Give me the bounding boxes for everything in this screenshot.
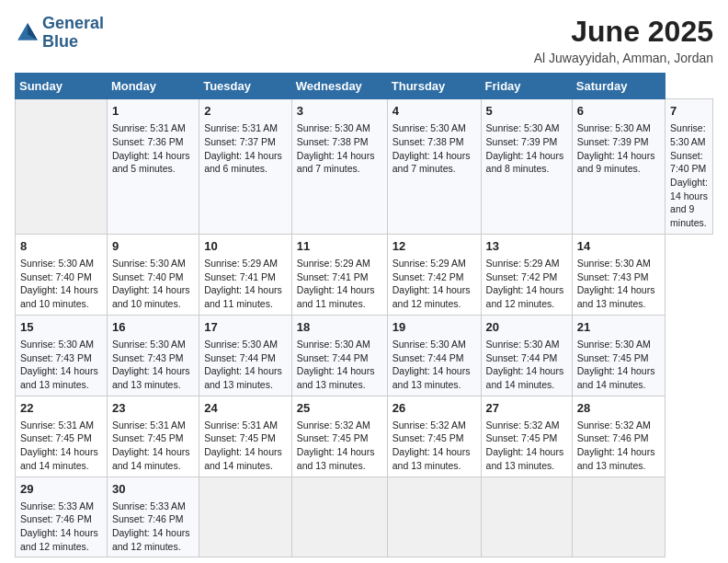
sunset-text: Sunset: 7:46 PM: [20, 513, 92, 524]
header-sunday: Sunday: [16, 74, 108, 99]
calendar-cell: 27Sunrise: 5:32 AMSunset: 7:45 PMDayligh…: [481, 396, 572, 477]
sunrise-text: Sunrise: 5:33 AM: [112, 500, 186, 511]
daylight-text: Daylight: 14 hours and 7 minutes.: [392, 150, 471, 175]
day-number: 2: [204, 103, 287, 120]
cell-content: 25Sunrise: 5:32 AMSunset: 7:45 PMDayligh…: [297, 400, 382, 473]
sunset-text: Sunset: 7:38 PM: [297, 136, 369, 147]
cell-content: 5Sunrise: 5:30 AMSunset: 7:39 PMDaylight…: [486, 103, 567, 176]
calendar-cell: 23Sunrise: 5:31 AMSunset: 7:45 PMDayligh…: [107, 396, 199, 477]
header-wednesday: Wednesday: [291, 74, 387, 99]
month-title: June 2025: [534, 15, 713, 49]
day-number: 24: [204, 400, 287, 417]
logo-icon: [15, 20, 40, 46]
cell-content: 23Sunrise: 5:31 AMSunset: 7:45 PMDayligh…: [112, 400, 194, 473]
sunset-text: Sunset: 7:45 PM: [20, 432, 92, 443]
calendar-cell: [199, 477, 292, 557]
daylight-text: Daylight: 14 hours and 8 minutes.: [486, 150, 564, 175]
daylight-text: Daylight: 14 hours and 13 minutes.: [204, 365, 282, 390]
header-friday: Friday: [481, 74, 572, 99]
sunrise-text: Sunrise: 5:31 AM: [20, 419, 94, 431]
calendar-cell: 1Sunrise: 5:31 AMSunset: 7:36 PMDaylight…: [107, 99, 199, 235]
calendar-cell: 2Sunrise: 5:31 AMSunset: 7:37 PMDaylight…: [199, 99, 292, 235]
sunset-text: Sunset: 7:44 PM: [392, 352, 464, 363]
sunset-text: Sunset: 7:40 PM: [670, 150, 706, 175]
day-number: 21: [577, 319, 660, 336]
daylight-text: Daylight: 14 hours and 7 minutes.: [297, 150, 375, 175]
cell-content: 30Sunrise: 5:33 AMSunset: 7:46 PMDayligh…: [112, 481, 194, 554]
cell-content: 11Sunrise: 5:29 AMSunset: 7:41 PMDayligh…: [297, 238, 382, 311]
calendar-cell: 24Sunrise: 5:31 AMSunset: 7:45 PMDayligh…: [199, 396, 292, 477]
title-area: June 2025 Al Juwayyidah, Amman, Jordan: [534, 15, 713, 65]
daylight-text: Daylight: 14 hours and 6 minutes.: [204, 150, 282, 175]
logo: General Blue: [15, 15, 104, 52]
day-number: 29: [20, 481, 102, 498]
sunrise-text: Sunrise: 5:32 AM: [577, 419, 651, 431]
sunrise-text: Sunrise: 5:30 AM: [20, 339, 94, 350]
day-number: 23: [112, 400, 194, 417]
cell-content: 28Sunrise: 5:32 AMSunset: 7:46 PMDayligh…: [577, 400, 660, 473]
calendar-table: SundayMondayTuesdayWednesdayThursdayFrid…: [15, 73, 713, 557]
sunrise-text: Sunrise: 5:29 AM: [392, 258, 466, 269]
sunset-text: Sunset: 7:41 PM: [204, 271, 276, 282]
cell-content: 13Sunrise: 5:29 AMSunset: 7:42 PMDayligh…: [486, 238, 567, 311]
day-number: 6: [577, 103, 660, 120]
header: General Blue June 2025 Al Juwayyidah, Am…: [15, 15, 713, 65]
cell-content: 18Sunrise: 5:30 AMSunset: 7:44 PMDayligh…: [297, 319, 382, 392]
sunrise-text: Sunrise: 5:32 AM: [392, 419, 466, 431]
daylight-text: Daylight: 14 hours and 10 minutes.: [20, 284, 98, 309]
day-number: 14: [577, 238, 660, 255]
day-number: 28: [577, 400, 660, 417]
cell-content: 3Sunrise: 5:30 AMSunset: 7:38 PMDaylight…: [297, 103, 382, 176]
daylight-text: Daylight: 14 hours and 13 minutes.: [297, 365, 375, 390]
cell-content: 26Sunrise: 5:32 AMSunset: 7:45 PMDayligh…: [392, 400, 476, 473]
cell-content: 24Sunrise: 5:31 AMSunset: 7:45 PMDayligh…: [204, 400, 287, 473]
sunset-text: Sunset: 7:44 PM: [204, 352, 276, 363]
sunset-text: Sunset: 7:45 PM: [577, 352, 649, 363]
sunset-text: Sunset: 7:44 PM: [297, 352, 369, 363]
sunset-text: Sunset: 7:36 PM: [112, 136, 184, 147]
sunrise-text: Sunrise: 5:30 AM: [392, 339, 466, 350]
sunset-text: Sunset: 7:46 PM: [577, 432, 649, 443]
cell-content: 2Sunrise: 5:31 AMSunset: 7:37 PMDaylight…: [204, 103, 287, 176]
sunset-text: Sunset: 7:45 PM: [392, 432, 464, 443]
cell-content: 7Sunrise: 5:30 AMSunset: 7:40 PMDaylight…: [670, 103, 708, 230]
sunrise-text: Sunrise: 5:30 AM: [112, 258, 186, 269]
daylight-text: Daylight: 14 hours and 12 minutes.: [486, 284, 564, 309]
calendar-cell: 14Sunrise: 5:30 AMSunset: 7:43 PMDayligh…: [572, 234, 665, 315]
sunset-text: Sunset: 7:43 PM: [20, 352, 92, 363]
calendar-cell: 26Sunrise: 5:32 AMSunset: 7:45 PMDayligh…: [387, 396, 481, 477]
sunset-text: Sunset: 7:45 PM: [204, 432, 276, 443]
calendar-cell: 6Sunrise: 5:30 AMSunset: 7:39 PMDaylight…: [572, 99, 665, 235]
daylight-text: Daylight: 14 hours and 12 minutes.: [20, 527, 98, 552]
day-number: 20: [486, 319, 567, 336]
cell-content: 1Sunrise: 5:31 AMSunset: 7:36 PMDaylight…: [112, 103, 194, 176]
calendar-cell: [16, 99, 108, 235]
day-number: 1: [112, 103, 194, 120]
sunrise-text: Sunrise: 5:33 AM: [20, 500, 94, 511]
location-title: Al Juwayyidah, Amman, Jordan: [534, 51, 713, 65]
day-number: 18: [297, 319, 382, 336]
sunrise-text: Sunrise: 5:29 AM: [204, 258, 278, 269]
day-number: 12: [392, 238, 476, 255]
sunset-text: Sunset: 7:41 PM: [297, 271, 369, 282]
cell-content: 21Sunrise: 5:30 AMSunset: 7:45 PMDayligh…: [577, 319, 660, 392]
cell-content: 20Sunrise: 5:30 AMSunset: 7:44 PMDayligh…: [486, 319, 567, 392]
cell-content: 8Sunrise: 5:30 AMSunset: 7:40 PMDaylight…: [20, 238, 102, 311]
daylight-text: Daylight: 14 hours and 9 minutes.: [670, 177, 708, 228]
daylight-text: Daylight: 14 hours and 13 minutes.: [392, 365, 471, 390]
daylight-text: Daylight: 14 hours and 10 minutes.: [112, 284, 190, 309]
logo-text: General Blue: [42, 15, 104, 52]
calendar-cell: 28Sunrise: 5:32 AMSunset: 7:46 PMDayligh…: [572, 396, 665, 477]
calendar-cell: 7Sunrise: 5:30 AMSunset: 7:40 PMDaylight…: [665, 99, 713, 235]
daylight-text: Daylight: 14 hours and 13 minutes.: [577, 446, 655, 471]
calendar-cell: 29Sunrise: 5:33 AMSunset: 7:46 PMDayligh…: [16, 477, 108, 557]
calendar-week-row: 1Sunrise: 5:31 AMSunset: 7:36 PMDaylight…: [16, 99, 713, 235]
day-number: 11: [297, 238, 382, 255]
calendar-cell: 22Sunrise: 5:31 AMSunset: 7:45 PMDayligh…: [16, 396, 108, 477]
calendar-cell: 21Sunrise: 5:30 AMSunset: 7:45 PMDayligh…: [572, 315, 665, 396]
sunrise-text: Sunrise: 5:32 AM: [297, 419, 370, 431]
calendar-cell: 25Sunrise: 5:32 AMSunset: 7:45 PMDayligh…: [291, 396, 387, 477]
calendar-cell: 18Sunrise: 5:30 AMSunset: 7:44 PMDayligh…: [291, 315, 387, 396]
day-number: 8: [20, 238, 102, 255]
sunset-text: Sunset: 7:38 PM: [392, 136, 464, 147]
